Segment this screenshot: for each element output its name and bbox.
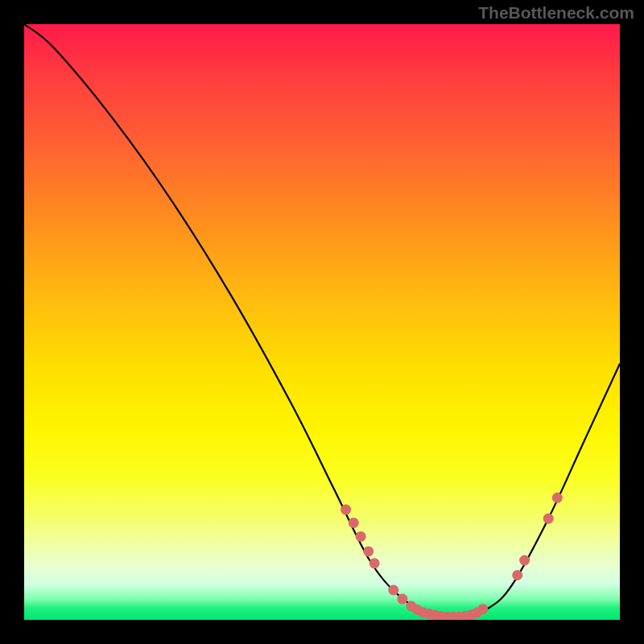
highlight-point xyxy=(512,570,522,580)
bottleneck-curve-line xyxy=(24,24,620,617)
bottleneck-chart xyxy=(24,24,620,620)
highlight-point xyxy=(477,604,488,614)
highlight-point xyxy=(543,514,554,524)
highlight-point xyxy=(363,546,374,556)
highlight-point xyxy=(349,518,359,528)
highlight-point xyxy=(341,505,351,515)
watermark-text: TheBottleneck.com xyxy=(478,3,634,23)
highlight-point xyxy=(388,585,398,596)
curve-svg xyxy=(24,24,620,620)
highlight-point xyxy=(519,555,530,566)
highlight-point xyxy=(397,594,407,605)
highlight-point xyxy=(369,558,380,568)
highlight-point xyxy=(356,531,366,542)
highlight-point xyxy=(552,493,563,503)
